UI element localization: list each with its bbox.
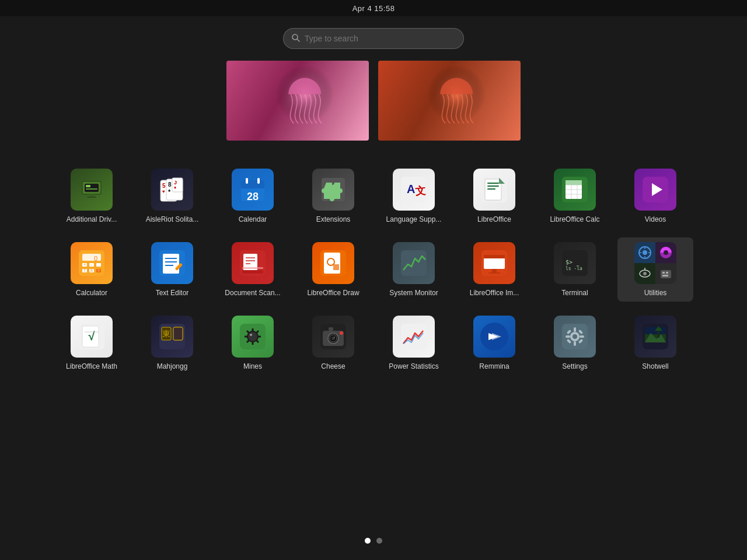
svg-point-0 — [292, 34, 298, 40]
svg-point-112 — [248, 332, 257, 341]
page-dot-1[interactable] — [365, 538, 371, 544]
svg-rect-132 — [580, 335, 584, 338]
videos-label: Videos — [645, 215, 666, 223]
app-item-calendar[interactable]: 28 Calendar — [215, 164, 291, 228]
svg-text:♥: ♥ — [162, 189, 165, 194]
svg-rect-73 — [333, 264, 339, 270]
app-item-videos[interactable]: Videos — [617, 164, 693, 228]
wallpaper-thumb-1[interactable] — [226, 61, 369, 141]
page-dots — [0, 538, 747, 544]
svg-point-113 — [250, 334, 252, 336]
app-row-2: 0 + - × 7 8 = Calculator — [54, 237, 693, 302]
svg-text:♦: ♦ — [174, 185, 176, 190]
terminal-icon: $> _ ls -la — [554, 242, 596, 284]
app-row-1: Additional Driv... 5 ♥ 8 ♠ J ♦ — [54, 164, 693, 228]
svg-point-84 — [643, 250, 647, 255]
topbar: Apr 4 15:58 — [0, 0, 747, 16]
svg-rect-5 — [86, 188, 97, 190]
app-item-doc-scanner[interactable]: Document Scan... — [215, 237, 291, 302]
app-item-power-statistics[interactable]: Power Statistics — [376, 311, 452, 375]
libreoffice-icon — [473, 169, 515, 211]
svg-rect-94 — [662, 272, 665, 274]
lo-impress-label: LibreOffice Im... — [470, 289, 519, 297]
lo-draw-label: LibreOffice Draw — [307, 289, 359, 297]
lo-math-label: LibreOffice Math — [66, 362, 117, 370]
search-input[interactable] — [305, 34, 455, 43]
app-item-utilities[interactable]: Utilities — [617, 237, 693, 302]
calculator-label: Calculator — [76, 289, 107, 297]
svg-rect-96 — [662, 275, 668, 276]
system-monitor-icon — [393, 242, 435, 284]
app-item-calculator[interactable]: 0 + - × 7 8 = Calculator — [54, 237, 130, 302]
libreoffice-calc-icon — [554, 169, 596, 211]
app-item-libreoffice-calc[interactable]: LibreOffice Calc — [537, 164, 613, 228]
terminal-label: Terminal — [561, 289, 588, 297]
page-dot-2[interactable] — [376, 538, 382, 544]
app-item-lo-impress[interactable]: LibreOffice Im... — [456, 237, 532, 302]
app-item-settings[interactable]: Settings — [537, 311, 613, 375]
svg-rect-129 — [574, 327, 576, 332]
app-item-shotwell[interactable]: Shotwell — [617, 311, 693, 375]
svg-rect-21 — [246, 178, 248, 184]
app-item-mahjongg[interactable]: 東 Mahjongg — [134, 311, 210, 375]
language-icon: A 文 — [393, 169, 435, 211]
svg-text:√: √ — [89, 330, 96, 342]
svg-rect-19 — [241, 185, 264, 188]
app-item-libreoffice[interactable]: LibreOffice — [456, 164, 532, 228]
cheese-label: Cheese — [321, 362, 345, 370]
app-item-extensions[interactable]: Extensions — [295, 164, 371, 228]
app-item-additional-drivers[interactable]: Additional Driv... — [54, 164, 130, 228]
app-item-lo-draw[interactable]: LibreOffice Draw — [295, 237, 371, 302]
svg-rect-69 — [242, 270, 263, 274]
app-item-system-monitor[interactable]: System Monitor — [376, 237, 452, 302]
lo-math-icon: √ — [71, 316, 113, 358]
doc-scanner-icon — [232, 242, 274, 284]
svg-line-1 — [298, 39, 300, 41]
svg-rect-78 — [492, 269, 497, 272]
app-item-text-editor[interactable]: Text Editor — [134, 237, 210, 302]
svg-text:0: 0 — [94, 255, 97, 262]
system-monitor-label: System Monitor — [389, 289, 438, 297]
app-item-mines[interactable]: Mines — [215, 311, 291, 375]
svg-text:ls -la: ls -la — [566, 266, 582, 271]
svg-rect-7 — [87, 197, 96, 198]
app-item-aisleriot[interactable]: 5 ♥ 8 ♠ J ♦ AisleRiot Solita... — [134, 164, 210, 228]
aisleriot-label: AisleRiot Solita... — [146, 215, 199, 223]
svg-rect-105 — [173, 327, 183, 340]
search-icon — [292, 34, 300, 44]
utilities-icon — [634, 242, 676, 284]
app-item-cheese[interactable]: Cheese — [295, 311, 371, 375]
svg-rect-79 — [488, 272, 500, 274]
videos-icon — [634, 169, 676, 211]
svg-rect-71 — [324, 253, 340, 274]
app-item-terminal[interactable]: $> _ ls -la Terminal — [537, 237, 613, 302]
svg-rect-93 — [661, 270, 671, 278]
svg-text:7: 7 — [83, 268, 86, 272]
wallpaper-thumb-2[interactable] — [378, 61, 521, 141]
utilities-label: Utilities — [644, 289, 667, 297]
additional-drivers-label: Additional Driv... — [67, 215, 117, 223]
svg-text:8: 8 — [168, 181, 172, 188]
text-editor-icon — [151, 242, 193, 284]
app-item-lo-math[interactable]: √ LibreOffice Math — [54, 311, 130, 375]
power-statistics-label: Power Statistics — [389, 362, 438, 370]
remmina-icon — [473, 316, 515, 358]
svg-rect-31 — [487, 188, 495, 190]
app-item-remmina[interactable]: Remmina — [456, 311, 532, 375]
app-item-language[interactable]: A 文 Language Supp... — [376, 164, 452, 228]
settings-label: Settings — [562, 362, 587, 370]
app-grid: Additional Driv... 5 ♥ 8 ♠ J ♦ — [0, 164, 747, 375]
svg-text:8: 8 — [90, 268, 93, 272]
extensions-label: Extensions — [316, 215, 351, 223]
aisleriot-icon: 5 ♥ 8 ♠ J ♦ — [151, 169, 193, 211]
svg-rect-39 — [566, 180, 582, 185]
svg-text:文: 文 — [414, 184, 426, 197]
settings-icon — [554, 316, 596, 358]
libreoffice-calc-label: LibreOffice Calc — [550, 215, 599, 223]
svg-text:+: + — [83, 262, 86, 267]
calendar-icon: 28 — [232, 169, 274, 211]
svg-point-89 — [664, 250, 668, 255]
svg-text:28: 28 — [247, 191, 259, 202]
svg-rect-43 — [82, 254, 101, 261]
mines-label: Mines — [243, 362, 262, 370]
